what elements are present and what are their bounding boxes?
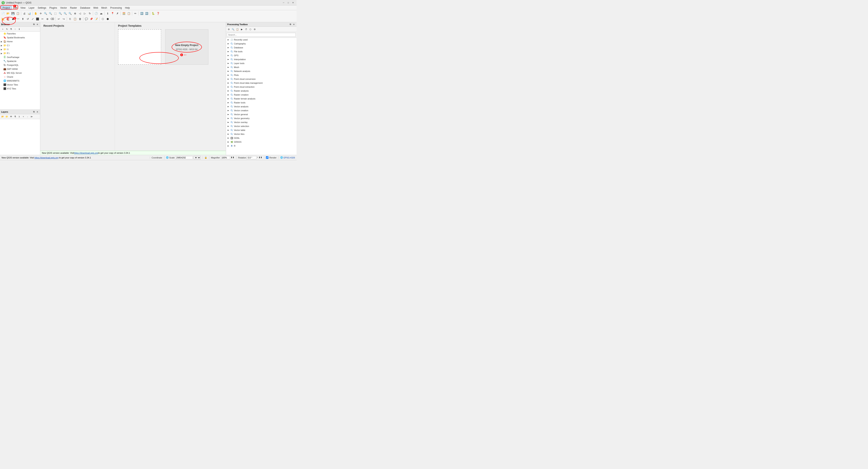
zoom-in-btn[interactable]: 🔍 [43,11,48,16]
menu-item-vector[interactable]: Vector [59,6,68,10]
render-checkbox[interactable] [266,156,269,159]
layers-float-btn[interactable]: ⧉ [32,110,35,113]
snap-btn[interactable]: 🧲 [6,17,10,21]
proc-btn4[interactable]: ▶ [240,27,244,31]
proc-item-3[interactable]: ▶File tools [226,50,297,54]
label-btn[interactable]: 🔤 [140,11,144,16]
proc-item-27[interactable]: ▶RR [226,144,297,148]
status-link[interactable]: https://download.qgis.org [34,156,58,159]
python-btn[interactable]: 🐍 [151,11,156,16]
newversion-link[interactable]: https://download.qgis.org [74,152,98,154]
menu-item-raster[interactable]: Raster [68,6,79,10]
menu-item-layer[interactable]: Layer [27,6,36,10]
proc-item-16[interactable]: ▶Raster tools [226,100,297,105]
proc-item-24[interactable]: ▶Vector tiles [226,132,297,136]
proc-btn5[interactable]: ⏱ [244,27,248,31]
label2-btn[interactable]: 🔤 [144,11,149,16]
proc-item-18[interactable]: ▶Vector creation [226,109,297,112]
proc-item-20[interactable]: ▶Vector geometry [226,116,297,120]
browser-tree-item-10[interactable]: 🖧MS SQL Server [0,71,40,75]
proc-item-22[interactable]: ▶Vector selection [226,124,297,128]
layers-show-all-btn[interactable]: 👁 [9,115,13,119]
reports-btn[interactable]: 📊 [27,11,32,16]
browser-enable-props-btn[interactable]: ℹ [17,27,21,31]
open-project-btn[interactable]: 📂 [6,11,10,16]
browser-tree-item-0[interactable]: ⭐Favorites [0,32,40,36]
proc-item-13[interactable]: ▶Raster analysis [226,89,297,93]
browser-tree-item-1[interactable]: 🔖Spatial Bookmarks [0,36,40,39]
edit-line-btn[interactable]: 〰 [16,17,20,21]
layers-filter-btn[interactable]: ⚗ [13,115,17,119]
elevation-btn[interactable]: ⛰ [99,11,103,16]
browser-tree-item-6[interactable]: 🗄GeoPackage [0,55,40,59]
pan-map-btn[interactable]: ✋ [33,11,38,16]
copy-feature-btn[interactable]: ⎘ [68,17,72,21]
proc-btn7[interactable]: ⚙ [253,27,257,31]
proc-item-19[interactable]: ▶Vector general [226,112,297,116]
proc-btn2[interactable]: 🔍 [231,27,235,31]
open-field-calc-btn[interactable]: 🧮 [122,11,126,16]
browser-tree-item-5[interactable]: ▶📁P:\ [0,51,40,55]
zoom-selection-btn[interactable]: 🔍 [58,11,63,16]
menu-item-project[interactable]: Project [1,6,11,10]
reshape-feature-btn[interactable]: ⬛ [35,17,40,21]
new-project-card[interactable]: New Empty Project EPSG:4326 - WGS 84 [165,29,208,65]
zoom-rubber-band-btn[interactable]: ⬚ [53,11,58,16]
crs-label[interactable]: EPSG:4326 [284,156,295,159]
deselect-all-btn[interactable]: ✗ [115,11,120,16]
help-btn[interactable]: ❓ [156,11,160,16]
layers-expand-all-btn[interactable]: + [22,115,25,119]
menu-item-mesh[interactable]: Mesh [100,6,108,10]
magnifier-spinner[interactable]: ⬆⬇ [231,156,234,159]
proc-item-26[interactable]: ▶🌿GRASS [226,140,297,144]
layers-open-layer-btn[interactable]: 📂 [1,115,5,119]
scale-input[interactable] [175,156,193,159]
rotation-input[interactable] [247,156,256,159]
form-annotation-btn[interactable]: 📝 [94,17,99,21]
pin-annotation-btn[interactable]: 📌 [89,17,94,21]
erase-btn[interactable]: ⌫ [50,17,55,21]
menu-item-database[interactable]: Database [79,6,92,10]
proc-item-25[interactable]: ▶🔲GDAL [226,136,297,140]
proc-item-6[interactable]: ▶Layer tools [226,61,297,65]
proc-btn3[interactable]: 📋 [236,27,239,31]
select-location-btn[interactable]: 📍 [110,11,115,16]
scale-dropdown[interactable]: ▼ [193,156,201,159]
browser-collapse-btn[interactable]: ↑ [13,27,17,31]
redo-btn[interactable]: ↪ [61,17,66,21]
mesh-edit-btn[interactable]: ⬢ [105,17,110,21]
menu-item-web[interactable]: Web [92,6,99,10]
zoom-next-btn[interactable]: ▷ [83,11,87,16]
browser-tree-item-14[interactable]: ⬛XYZ Tiles [0,87,40,91]
proc-btn1[interactable]: ⚙ [227,27,231,31]
save-as-btn[interactable]: 📋 [16,11,20,16]
browser-tree-item-2[interactable]: ▶🏠Home [0,39,40,43]
layers-filter-expr-btn[interactable]: λ [17,115,21,119]
layers-add-group-btn[interactable]: 📁 [5,115,9,119]
merge-feature-btn[interactable]: ⊕ [45,17,50,21]
maximize-button[interactable]: □ [286,1,290,5]
browser-filter-btn[interactable]: ⚗ [9,27,13,31]
proc-item-9[interactable]: ▶Plots [226,73,297,77]
browser-float-btn[interactable]: ⧉ [32,23,35,26]
proc-item-15[interactable]: ▶Raster terrain analysis [226,97,297,100]
adv-digitize-btn[interactable]: 📐 [1,17,5,21]
new-project-btn[interactable]: 📄 [1,11,5,16]
proc-item-17[interactable]: ▶Vector analysis [226,105,297,109]
browser-close-btn[interactable]: ✕ [36,23,39,26]
layers-close-btn[interactable]: ✕ [36,110,39,113]
move-feature-btn[interactable]: ⬆ [21,17,25,21]
proc-item-0[interactable]: ▶🕐Recently used [226,38,297,42]
digitizing-btn[interactable]: ✏ [133,11,138,16]
menu-item-edit[interactable]: Edit [11,6,19,10]
temporal-btn[interactable]: 🕐 [94,11,99,16]
browser-refresh-btn[interactable]: ↻ [5,27,9,31]
proc-item-12[interactable]: ▶Point cloud extraction [226,85,297,89]
browser-tree-item-7[interactable]: 🔧SpatiaLite [0,59,40,63]
browser-tree-item-9[interactable]: 💼SAP HANA [0,67,40,71]
proc-item-23[interactable]: ▶Vector table [226,128,297,132]
minimize-button[interactable]: ─ [282,1,285,5]
layers-collapse-all-btn[interactable]: - [26,115,29,119]
browser-tree-item-13[interactable]: ⬛Vector Tiles [0,83,40,87]
menu-item-settings[interactable]: Settings [36,6,48,10]
